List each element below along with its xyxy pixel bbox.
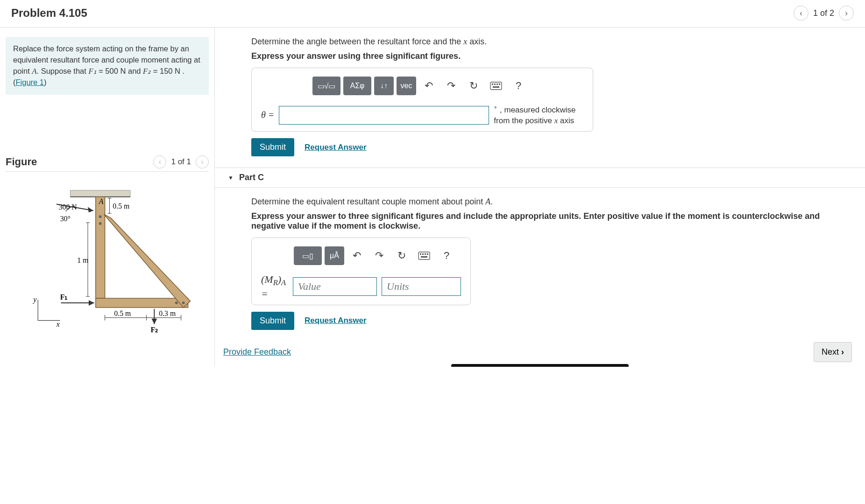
subscript-toggle-button[interactable]: ↓↑ xyxy=(374,77,394,95)
problem-pager-text: 1 of 2 xyxy=(813,8,834,18)
next-problem-button[interactable]: › xyxy=(839,6,854,21)
partc-title: Part C xyxy=(239,173,264,182)
problem-pager: ‹ 1 of 2 › xyxy=(794,6,854,21)
theta-label: θ = xyxy=(261,110,274,120)
next-button[interactable]: Next › xyxy=(814,342,852,362)
svg-rect-0 xyxy=(70,190,130,197)
svg-rect-41 xyxy=(494,84,496,85)
svg-rect-45 xyxy=(418,252,430,259)
svg-text:1 m: 1 m xyxy=(77,256,89,264)
figure-pager: ‹ 1 of 1 › xyxy=(153,155,209,168)
svg-rect-3 xyxy=(96,298,188,308)
provide-feedback-link[interactable]: Provide Feedback xyxy=(223,347,291,357)
svg-text:A: A xyxy=(99,197,104,205)
partc-request-answer-link[interactable]: Request Answer xyxy=(305,316,367,325)
help-button[interactable]: ? xyxy=(509,77,528,95)
svg-text:F₁: F₁ xyxy=(60,293,68,301)
svg-text:x: x xyxy=(56,320,60,328)
partc-prompt: Determine the equivalent resultant coupl… xyxy=(251,197,854,207)
svg-rect-46 xyxy=(420,253,421,255)
figure-diagram: A 300 N 0.5 m 30° 1 m F₁ y x 0.5 m 0.3 m… xyxy=(6,181,209,349)
partc-header[interactable]: ▼ Part C xyxy=(215,168,865,188)
theta-input[interactable] xyxy=(279,106,489,125)
templates-button[interactable]: ▭√▭ xyxy=(312,77,340,95)
svg-point-7 xyxy=(175,301,178,304)
partc-keyboard-button[interactable] xyxy=(414,246,434,265)
partc-answer-box: ▭▯ μÅ ↶ ↷ ↻ ? (MR)A = xyxy=(251,238,471,305)
svg-text:300 N: 300 N xyxy=(59,203,78,211)
svg-text:0.5 m: 0.5 m xyxy=(113,202,130,210)
svg-marker-14 xyxy=(151,318,157,324)
svg-text:y: y xyxy=(32,295,37,304)
svg-rect-47 xyxy=(422,253,424,255)
moment-units-input[interactable] xyxy=(382,277,461,296)
svg-marker-4 xyxy=(104,214,191,308)
partc-hint: Express your answer to three significant… xyxy=(251,211,854,231)
undo-button[interactable]: ↶ xyxy=(419,77,439,95)
greek-button[interactable]: ΑΣφ xyxy=(343,77,371,95)
partb-hint: Express your answer using three signific… xyxy=(251,51,854,61)
problem-title: Problem 4.105 xyxy=(11,7,87,20)
partc-help-button[interactable]: ? xyxy=(437,246,456,265)
partc-submit-button[interactable]: Submit xyxy=(251,312,294,330)
figure-next-button[interactable]: › xyxy=(196,155,209,168)
theta-unit-text: ∘ , measured clockwise from the positive… xyxy=(494,104,575,126)
figure-prev-button[interactable]: ‹ xyxy=(153,155,166,168)
svg-text:0.3 m: 0.3 m xyxy=(159,309,176,317)
caret-down-icon: ▼ xyxy=(228,175,234,181)
vector-button[interactable]: vec xyxy=(397,77,416,95)
svg-point-5 xyxy=(99,215,102,218)
partb-submit-button[interactable]: Submit xyxy=(251,138,294,156)
svg-rect-2 xyxy=(96,196,105,298)
svg-rect-39 xyxy=(490,82,502,90)
svg-marker-10 xyxy=(88,207,93,212)
partb-request-answer-link[interactable]: Request Answer xyxy=(305,143,367,152)
scrollbar[interactable] xyxy=(451,364,629,367)
svg-point-6 xyxy=(99,222,102,225)
partc-units-button[interactable]: μÅ xyxy=(325,246,344,265)
keyboard-icon xyxy=(418,252,430,260)
redo-button[interactable]: ↷ xyxy=(441,77,461,95)
figure-link[interactable]: Figure 1 xyxy=(16,78,44,86)
partc-templates-button[interactable]: ▭▯ xyxy=(294,246,322,265)
svg-marker-12 xyxy=(89,300,94,306)
svg-rect-44 xyxy=(493,86,499,88)
svg-point-8 xyxy=(182,301,185,304)
svg-rect-43 xyxy=(499,84,500,85)
svg-rect-42 xyxy=(496,84,498,85)
moment-label: (MR)A = xyxy=(261,273,288,300)
partb-prompt: Determine the angle between the resultan… xyxy=(251,37,854,47)
partc-redo-button[interactable]: ↷ xyxy=(369,246,389,265)
svg-text:30°: 30° xyxy=(60,215,71,223)
partc-undo-button[interactable]: ↶ xyxy=(347,246,367,265)
svg-text:F₂: F₂ xyxy=(150,326,158,334)
moment-value-input[interactable] xyxy=(293,277,377,296)
keyboard-button[interactable] xyxy=(486,77,506,95)
svg-rect-50 xyxy=(421,256,427,258)
keyboard-icon xyxy=(490,82,502,90)
problem-statement: Replace the force system acting on the f… xyxy=(6,37,209,95)
svg-rect-48 xyxy=(425,253,426,255)
prev-problem-button[interactable]: ‹ xyxy=(794,6,808,21)
partc-reset-button[interactable]: ↻ xyxy=(392,246,411,265)
figure-pager-text: 1 of 1 xyxy=(171,157,191,167)
svg-rect-49 xyxy=(427,253,428,255)
svg-rect-40 xyxy=(492,84,493,85)
svg-text:0.5 m: 0.5 m xyxy=(114,309,131,317)
reset-button[interactable]: ↻ xyxy=(464,77,483,95)
figure-heading: Figure xyxy=(6,156,37,168)
partb-answer-box: ▭√▭ ΑΣφ ↓↑ vec ↶ ↷ ↻ ? θ = ∘ , me xyxy=(251,68,593,132)
